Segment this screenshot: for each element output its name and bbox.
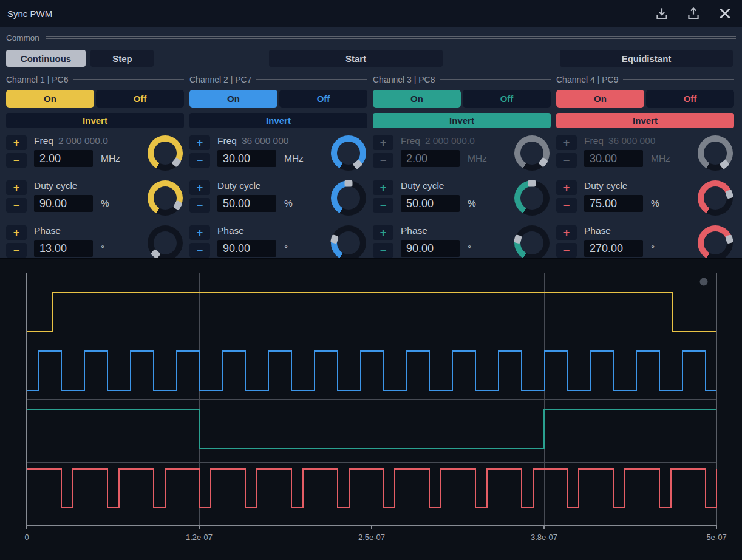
channel-0-invert-button[interactable]: Invert [6, 113, 184, 128]
channel-1-phase-knob[interactable] [331, 225, 366, 261]
knob-hole [520, 231, 543, 254]
channel-2-phase-input[interactable] [401, 240, 460, 257]
channel-0-freq-increment-button[interactable]: + [6, 135, 27, 150]
channel-2-duty-knob[interactable] [514, 180, 550, 216]
channel-1-freq-decrement-button[interactable]: − [189, 153, 210, 168]
axis-tick-label: 0 [24, 533, 29, 542]
channel-3-duty-knob[interactable] [698, 180, 733, 216]
duty-unit-label: % [101, 198, 109, 209]
channel-0-phase-input[interactable] [34, 240, 93, 257]
channel-2-invert-button[interactable]: Invert [373, 113, 551, 128]
export-icon [686, 5, 701, 21]
channel-3-on-button[interactable]: On [556, 90, 644, 108]
channel-3-duty-decrement-button[interactable]: − [556, 198, 577, 213]
freq-fields: Freq36 000 000 MHz [217, 135, 312, 167]
channel-2-phase-knob[interactable] [514, 225, 550, 261]
freq-fields: Freq2 000 000.0 MHz [34, 135, 129, 167]
channel-0-duty-knob[interactable] [148, 180, 183, 216]
channel-1-duty-input[interactable] [217, 195, 276, 212]
channel-0-duty-increment-button[interactable]: + [6, 180, 27, 195]
channel-1-freq-knob[interactable] [331, 135, 366, 171]
duty-label-row: Duty cycle [34, 180, 129, 194]
channel-3-phase-input[interactable] [584, 240, 643, 257]
channel-3-duty-increment-button[interactable]: + [556, 180, 577, 195]
channel-3-header: Channel 4 | PC9 [556, 74, 734, 85]
equidistant-button[interactable]: Equidistant [560, 50, 733, 67]
channel-2-duty-increment-button[interactable]: + [373, 180, 393, 195]
import-button[interactable] [653, 5, 670, 22]
phase-fields: Phase ° [217, 225, 312, 257]
channel-2-phase-increment-button[interactable]: + [373, 225, 393, 240]
channel-1-phase-row: + − Phase ° [189, 225, 367, 261]
channel-1-duty-increment-button[interactable]: + [189, 180, 210, 195]
channel-3-off-button[interactable]: Off [646, 90, 734, 108]
axis-tick-label: 2.5e-07 [358, 533, 385, 542]
channel-3-title: Channel 4 | PC9 [556, 75, 618, 84]
channel-0-column: Channel 1 | PC6 On Off Invert + − Freq2 … [6, 74, 184, 261]
channel-2-header: Channel 3 | PC8 [373, 74, 551, 85]
channel-3-freq-knob[interactable] [698, 135, 733, 171]
channel-0-on-button[interactable]: On [6, 90, 94, 108]
waveform-plot-panel: 01.2e-072.5e-073.8e-075e-07 [0, 258, 742, 560]
channel-0-header: Channel 1 | PC6 [6, 74, 184, 85]
duty-unit-label: % [651, 198, 659, 209]
channel-3-duty-input[interactable] [584, 195, 643, 212]
channel-0-freq-knob[interactable] [148, 135, 183, 171]
channel-0-duty-decrement-button[interactable]: − [6, 198, 27, 213]
channel-1-duty-knob[interactable] [331, 180, 366, 216]
channel-2-on-button[interactable]: On [373, 90, 461, 108]
channel-1-freq-input[interactable] [217, 150, 276, 167]
channel-3-freq-decrement-button[interactable]: − [556, 153, 577, 168]
mode-step-button[interactable]: Step [90, 50, 154, 67]
channel-3-invert-button[interactable]: Invert [556, 113, 734, 128]
channel-0-duty-input[interactable] [34, 195, 93, 212]
channel-1-phase-decrement-button[interactable]: − [189, 243, 210, 258]
channel-1-phase-increment-button[interactable]: + [189, 225, 210, 240]
channel-1-on-button[interactable]: On [189, 90, 277, 108]
waveform-plot[interactable]: 01.2e-072.5e-073.8e-075e-07 [0, 259, 742, 560]
channel-3-freq-input[interactable] [584, 150, 643, 167]
channel-2-freq-decrement-button[interactable]: − [373, 153, 393, 168]
stepper-buttons: + − [373, 225, 393, 258]
channel-2-duty-input[interactable] [401, 195, 460, 212]
channel-2-freq-increment-button[interactable]: + [373, 135, 393, 150]
freq-unit-label: MHz [468, 153, 487, 164]
channel-0-phase-decrement-button[interactable]: − [6, 243, 27, 258]
channel-2-off-button[interactable]: Off [463, 90, 551, 108]
channel-0-freq-input[interactable] [34, 150, 93, 167]
channel-0-off-button[interactable]: Off [96, 90, 184, 108]
stepper-buttons: + − [6, 135, 27, 168]
export-button[interactable] [685, 5, 702, 22]
channel-1-duty-decrement-button[interactable]: − [189, 198, 210, 213]
duty-label: Duty cycle [34, 180, 78, 191]
channel-3-phase-knob[interactable] [698, 225, 733, 261]
freq-fields: Freq2 000 000.0 MHz [401, 135, 495, 167]
channel-1-phase-input[interactable] [217, 240, 276, 257]
divider [440, 79, 551, 80]
channel-1-off-button[interactable]: Off [279, 90, 367, 108]
channel-2-freq-knob[interactable] [514, 135, 550, 171]
channel-2-phase-decrement-button[interactable]: − [373, 243, 393, 258]
knob-handle [345, 180, 353, 187]
channel-2-freq-input[interactable] [401, 150, 460, 167]
freq-label: Freq [217, 135, 237, 146]
channel-3-phase-decrement-button[interactable]: − [556, 243, 577, 258]
channel-2-duty-decrement-button[interactable]: − [373, 198, 393, 213]
channel-1-duty-row: + − Duty cycle % [189, 180, 367, 216]
channel-3-phase-increment-button[interactable]: + [556, 225, 577, 240]
mode-continuous-button[interactable]: Continuous [6, 50, 86, 67]
stepper-buttons: + − [556, 135, 577, 168]
channel-1-invert-button[interactable]: Invert [189, 113, 367, 128]
channel-3-freq-increment-button[interactable]: + [556, 135, 577, 150]
channel-1-freq-increment-button[interactable]: + [189, 135, 210, 150]
channel-2-title: Channel 3 | PC8 [373, 75, 435, 84]
duty-fields: Duty cycle % [34, 180, 129, 212]
plot-indicator-dot[interactable] [700, 278, 708, 286]
start-button[interactable]: Start [269, 50, 443, 67]
close-button[interactable] [716, 5, 733, 22]
channel-0-freq-decrement-button[interactable]: − [6, 153, 27, 168]
phase-label-row: Phase [584, 225, 679, 239]
channel-0-phase-increment-button[interactable]: + [6, 225, 27, 240]
phase-unit-label: ° [101, 243, 104, 254]
channel-0-phase-knob[interactable] [148, 225, 183, 261]
